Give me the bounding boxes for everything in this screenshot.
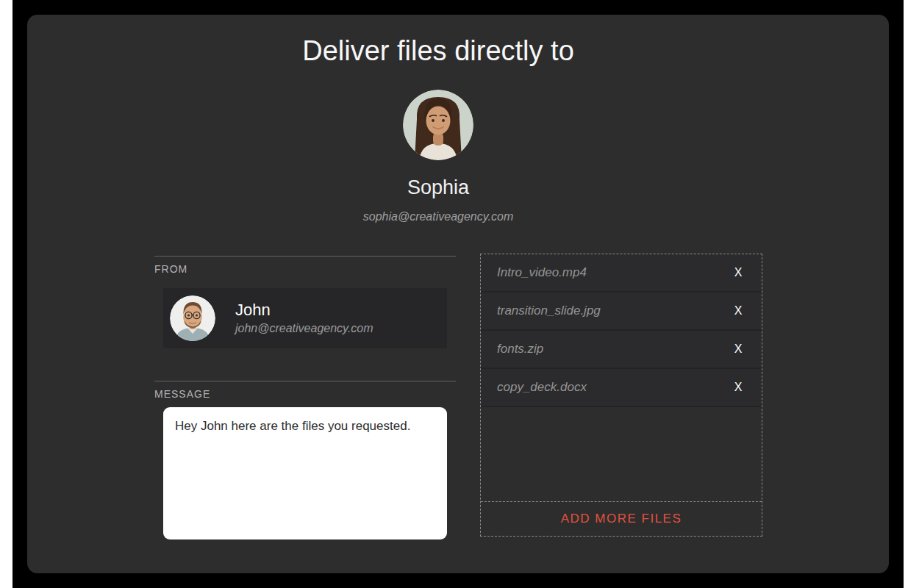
window-frame: Deliver files directly to [12, 0, 904, 588]
recipient-name: Sophia [407, 175, 469, 200]
file-name: transition_slide.jpg [497, 304, 731, 318]
sender-name: John [235, 301, 373, 320]
sender-email: john@creativeagency.com [235, 321, 373, 336]
file-name: fonts.zip [497, 342, 731, 356]
screenshot: Deliver files directly to [0, 0, 919, 588]
remove-file-icon[interactable]: X [731, 266, 745, 279]
deliver-panel: Deliver files directly to [27, 15, 889, 573]
message-section-header: MESSAGE [154, 381, 456, 401]
from-label: FROM [154, 263, 187, 275]
file-name: copy_deck.docx [497, 380, 731, 395]
file-list-footer: ADD MORE FILES [481, 501, 762, 536]
remove-file-icon[interactable]: X [731, 343, 745, 356]
add-more-files-button[interactable]: ADD MORE FILES [561, 512, 682, 526]
compose-column: FROM [154, 256, 456, 539]
woman-avatar-icon [403, 90, 473, 160]
file-row: fonts.zip X [481, 331, 762, 369]
message-input[interactable]: Hey John here are the files you requeste… [163, 407, 447, 539]
file-row: Intro_video.mp4 X [481, 254, 762, 293]
recipient-avatar [403, 90, 473, 160]
remove-file-icon[interactable]: X [731, 381, 745, 394]
file-row: transition_slide.jpg X [481, 293, 762, 331]
sender-card: John john@creativeagency.com [163, 288, 447, 348]
page-title: Deliver files directly to [302, 34, 574, 68]
sender-info: John john@creativeagency.com [235, 301, 373, 336]
from-section-header: FROM [154, 256, 456, 276]
file-name: Intro_video.mp4 [497, 265, 731, 280]
remove-file-icon[interactable]: X [731, 304, 745, 318]
message-label: MESSAGE [154, 388, 210, 400]
sender-avatar [170, 295, 215, 341]
file-list: Intro_video.mp4 X transition_slide.jpg X… [480, 254, 762, 537]
man-avatar-icon [170, 295, 215, 341]
file-row: copy_deck.docx X [481, 369, 762, 407]
header: Deliver files directly to [27, 15, 849, 224]
recipient-email: sophia@creativeagency.com [363, 209, 514, 224]
